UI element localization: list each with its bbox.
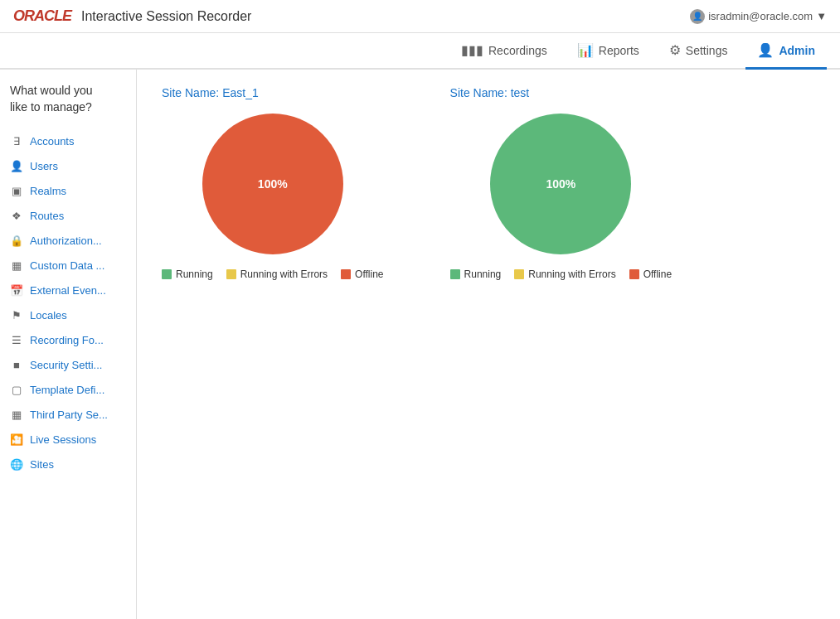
sidebar-label-sites: Sites <box>30 458 54 471</box>
sidebar-item-accounts[interactable]: ∃ Accounts <box>0 128 136 153</box>
oracle-logo: ORACLE <box>13 7 71 25</box>
recordings-icon: ▮▮▮ <box>461 42 483 58</box>
legend-test-running-errors-label: Running with Errors <box>528 268 615 280</box>
legend-test-offline-label: Offline <box>643 268 672 280</box>
sidebar-item-authorization[interactable]: 🔒 Authorization... <box>0 228 136 253</box>
header: ORACLE Interactive Session Recorder 👤 is… <box>0 0 840 33</box>
nav-reports-label: Reports <box>599 44 639 57</box>
sidebar-label-security-settings: Security Setti... <box>30 359 102 371</box>
header-left: ORACLE Interactive Session Recorder <box>13 7 251 25</box>
sidebar-label-routes: Routes <box>30 210 64 222</box>
navbar: ▮▮▮ Recordings 📊 Reports ⚙ Settings 👤 Ad… <box>0 33 840 70</box>
chart-test: Site Name: test 100% Running Running wit… <box>450 86 672 280</box>
sidebar-label-accounts: Accounts <box>30 135 74 147</box>
user-avatar-icon: 👤 <box>690 9 705 24</box>
sidebar-item-users[interactable]: 👤 Users <box>0 153 136 178</box>
nav-item-settings[interactable]: ⚙ Settings <box>658 33 740 70</box>
nav-admin-label: Admin <box>779 44 815 57</box>
legend-test-running-dot <box>450 269 460 279</box>
legend-test-running-errors: Running with Errors <box>514 268 615 280</box>
layout: What would you like to manage? ∃ Account… <box>0 70 840 619</box>
sidebar-label-recording-formats: Recording Fo... <box>30 334 104 346</box>
chevron-down-icon[interactable]: ▼ <box>816 10 827 22</box>
users-icon: 👤 <box>10 159 23 172</box>
security-settings-icon: ■ <box>10 358 23 371</box>
legend-test-offline: Offline <box>629 268 672 280</box>
sidebar-label-locales: Locales <box>30 309 67 322</box>
settings-gear-icon: ⚙ <box>669 42 681 58</box>
nav-recordings-label: Recordings <box>488 44 547 57</box>
legend-east1: Running Running with Errors Offline <box>162 268 384 280</box>
legend-running-errors-dot <box>226 269 236 279</box>
sidebar-label-custom-data: Custom Data ... <box>30 259 104 272</box>
sites-icon: 🌐 <box>10 457 23 471</box>
accounts-icon: ∃ <box>10 134 23 147</box>
external-events-icon: 📅 <box>10 283 23 297</box>
nav-item-admin[interactable]: 👤 Admin <box>745 33 827 70</box>
header-right: 👤 isradmin@oracle.com ▼ <box>690 9 827 24</box>
sidebar-item-routes[interactable]: ❖ Routes <box>0 203 136 228</box>
user-email: isradmin@oracle.com <box>708 10 813 22</box>
routes-icon: ❖ <box>10 209 23 222</box>
charts-row: Site Name: East_1 100% Running Running w… <box>162 86 815 280</box>
sidebar-label-template-def: Template Defi... <box>30 384 104 396</box>
sidebar-item-template-def[interactable]: ▢ Template Defi... <box>0 377 136 402</box>
sidebar: What would you like to manage? ∃ Account… <box>0 70 137 619</box>
admin-person-icon: 👤 <box>757 42 774 58</box>
sidebar-label-live-sessions: Live Sessions <box>30 433 96 446</box>
sidebar-label-realms: Realms <box>30 185 66 197</box>
sidebar-item-security-settings[interactable]: ■ Security Setti... <box>0 352 136 377</box>
legend-running-errors-label: Running with Errors <box>240 268 328 280</box>
nav-item-recordings[interactable]: ▮▮▮ Recordings <box>449 33 559 70</box>
sidebar-heading: What would you like to manage? <box>0 83 136 128</box>
legend-running-errors: Running with Errors <box>226 268 328 280</box>
app-title: Interactive Session Recorder <box>81 9 251 24</box>
legend-test-running-label: Running <box>464 268 502 280</box>
chart-test-title: Site Name: test <box>450 86 530 99</box>
legend-offline-dot <box>341 269 351 279</box>
nav-item-reports[interactable]: 📊 Reports <box>566 33 651 70</box>
recording-formats-icon: ☰ <box>10 333 23 346</box>
nav-settings-label: Settings <box>686 44 728 57</box>
sidebar-item-locales[interactable]: ⚑ Locales <box>0 302 136 327</box>
legend-offline-label: Offline <box>355 268 383 280</box>
custom-data-icon: ▦ <box>10 259 23 272</box>
sidebar-label-external-events: External Even... <box>30 284 106 297</box>
legend-running: Running <box>162 268 213 280</box>
pie-east1-label: 100% <box>258 177 288 191</box>
sidebar-item-third-party[interactable]: ▦ Third Party Se... <box>0 402 136 427</box>
sidebar-item-external-events[interactable]: 📅 External Even... <box>0 278 136 302</box>
sidebar-item-recording-formats[interactable]: ☰ Recording Fo... <box>0 327 136 352</box>
sidebar-item-realms[interactable]: ▣ Realms <box>0 178 136 203</box>
authorization-icon: 🔒 <box>10 234 23 247</box>
chart-east1-title: Site Name: East_1 <box>162 86 259 99</box>
live-sessions-icon: 🎦 <box>10 433 23 446</box>
sidebar-label-users: Users <box>30 160 58 172</box>
chart-east1: Site Name: East_1 100% Running Running w… <box>162 86 384 280</box>
pie-test-label: 100% <box>546 177 575 191</box>
locales-icon: ⚑ <box>10 308 23 322</box>
third-party-icon: ▦ <box>10 408 23 421</box>
realms-icon: ▣ <box>10 184 23 197</box>
main-content: Site Name: East_1 100% Running Running w… <box>137 70 840 619</box>
sidebar-label-authorization: Authorization... <box>30 235 102 247</box>
pie-east1: 100% <box>198 109 347 259</box>
reports-icon: 📊 <box>577 42 594 58</box>
legend-test-running: Running <box>450 268 502 280</box>
sidebar-item-sites[interactable]: 🌐 Sites <box>0 452 136 476</box>
sidebar-label-third-party: Third Party Se... <box>30 409 108 421</box>
legend-test: Running Running with Errors Offline <box>450 268 672 280</box>
legend-offline: Offline <box>341 268 383 280</box>
sidebar-item-custom-data[interactable]: ▦ Custom Data ... <box>0 253 136 278</box>
template-def-icon: ▢ <box>10 383 23 396</box>
legend-running-dot <box>162 269 172 279</box>
legend-running-label: Running <box>176 268 213 280</box>
legend-test-offline-dot <box>629 269 639 279</box>
pie-test: 100% <box>486 109 635 259</box>
legend-test-running-errors-dot <box>514 269 524 279</box>
sidebar-item-live-sessions[interactable]: 🎦 Live Sessions <box>0 427 136 452</box>
